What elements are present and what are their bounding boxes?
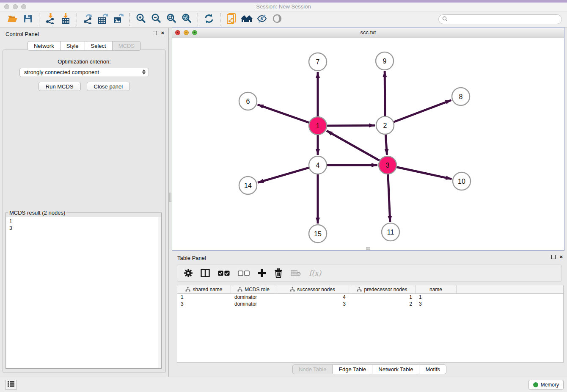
graph-node-15[interactable]: 15 xyxy=(309,225,327,243)
add-column-icon[interactable] xyxy=(258,269,266,277)
memory-button[interactable]: Memory xyxy=(528,380,564,390)
tab-network-table[interactable]: Network Table xyxy=(372,364,419,374)
memory-label: Memory xyxy=(541,382,559,388)
close-panel-button[interactable]: Close panel xyxy=(87,82,130,91)
network-minimize-icon[interactable]: − xyxy=(184,30,189,35)
tab-motifs[interactable]: Motifs xyxy=(419,364,446,374)
tab-mcds[interactable]: MCDS xyxy=(112,41,141,51)
import-table-button[interactable] xyxy=(58,13,73,26)
float-panel-icon[interactable] xyxy=(153,31,157,35)
network-close-icon[interactable]: × xyxy=(175,30,180,35)
graph-edge-1-6[interactable] xyxy=(258,105,310,123)
graph-edge-2-3[interactable] xyxy=(385,134,387,155)
table-cell[interactable]: 2 xyxy=(349,301,416,307)
refresh-button[interactable] xyxy=(201,13,217,26)
network-canvas[interactable]: 7968124314101511 xyxy=(172,38,564,250)
run-mcds-button[interactable]: Run MCDS xyxy=(39,82,81,91)
graph-edge-3-10[interactable] xyxy=(396,167,452,179)
table-header-row[interactable]: shared nameMCDS rolesuccessor nodesprede… xyxy=(177,285,563,294)
graph-node-9[interactable]: 9 xyxy=(376,52,394,70)
zoom-selected-button[interactable] xyxy=(179,13,194,26)
criterion-dropdown[interactable]: strongly connected component xyxy=(19,68,149,77)
task-history-button[interactable] xyxy=(5,380,17,390)
graph-edge-2-9[interactable] xyxy=(385,71,385,116)
network-graph[interactable]: 7968124314101511 xyxy=(172,38,564,250)
graph-node-11[interactable]: 11 xyxy=(382,223,399,241)
save-session-button[interactable] xyxy=(20,13,36,26)
window-traffic-lights[interactable] xyxy=(4,4,26,9)
close-window-icon[interactable] xyxy=(4,4,9,9)
deselect-all-icon[interactable] xyxy=(238,271,250,276)
network-window-titlebar[interactable]: × − + scc.txt xyxy=(172,28,564,38)
graph-edge-3-1[interactable] xyxy=(327,131,380,161)
graph-node-4[interactable]: 4 xyxy=(309,156,327,174)
search-input[interactable] xyxy=(450,17,558,22)
column-header[interactable]: predecessor nodes xyxy=(349,285,416,293)
graph-node-8[interactable]: 8 xyxy=(452,88,470,105)
minimize-window-icon[interactable] xyxy=(13,4,18,9)
graph-edge-4-14[interactable] xyxy=(258,168,309,182)
panel-splitter-handle[interactable] xyxy=(169,193,171,202)
graph-node-1[interactable]: 1 xyxy=(309,117,327,135)
home-layout-button[interactable] xyxy=(239,13,254,26)
table-cell[interactable]: 3 xyxy=(177,301,231,307)
graph-node-2[interactable]: 2 xyxy=(376,116,394,134)
graph-edge-2-8[interactable] xyxy=(394,100,451,122)
import-network-button[interactable] xyxy=(43,13,58,26)
table-cell[interactable]: dominator xyxy=(231,301,276,307)
graph-edge-1-2[interactable] xyxy=(327,125,375,126)
zoom-in-button[interactable] xyxy=(133,13,149,26)
column-header[interactable]: MCDS role xyxy=(231,285,276,293)
open-session-button[interactable] xyxy=(5,13,20,26)
table-row[interactable]: 3dominator323 xyxy=(177,301,563,307)
zoom-fit-button[interactable] xyxy=(164,13,179,26)
close-panel-icon[interactable]: × xyxy=(161,31,164,35)
column-header[interactable]: name xyxy=(416,285,457,293)
column-header[interactable]: shared name xyxy=(177,285,231,293)
clone-network-button[interactable] xyxy=(224,13,239,26)
delete-column-icon[interactable] xyxy=(274,268,283,278)
graph-edge-3-11[interactable] xyxy=(388,174,390,222)
tab-select[interactable]: Select xyxy=(85,41,113,51)
export-image-button[interactable] xyxy=(111,13,126,26)
float-table-panel-icon[interactable] xyxy=(551,255,556,259)
table-cell[interactable]: 4 xyxy=(276,294,349,301)
table-cell[interactable]: 3 xyxy=(276,301,349,307)
split-panes-icon[interactable] xyxy=(201,269,210,277)
graph-node-14[interactable]: 14 xyxy=(239,177,257,194)
graph-node-3[interactable]: 3 xyxy=(379,156,396,174)
hide-selected-button[interactable] xyxy=(254,13,270,26)
column-header[interactable]: successor nodes xyxy=(276,285,349,293)
table-cell[interactable]: dominator xyxy=(231,294,276,301)
gear-icon[interactable] xyxy=(184,269,193,277)
zoom-out-button[interactable] xyxy=(149,13,164,26)
function-builder-icon[interactable]: f(x) xyxy=(309,269,321,277)
table-body[interactable]: 1dominator4113dominator323 xyxy=(177,294,563,307)
tab-node-table[interactable]: Node Table xyxy=(292,364,333,374)
graph-node-7[interactable]: 7 xyxy=(309,53,327,71)
network-maximize-icon[interactable]: + xyxy=(192,30,197,35)
tab-edge-table[interactable]: Edge Table xyxy=(332,364,372,374)
result-scrollbar[interactable] xyxy=(158,217,161,368)
tab-network[interactable]: Network xyxy=(28,41,61,51)
table-cell[interactable]: 1 xyxy=(177,294,231,301)
graph-node-10[interactable]: 10 xyxy=(453,172,471,190)
export-network-button[interactable] xyxy=(80,13,96,26)
search-field[interactable] xyxy=(438,14,562,24)
table-row[interactable]: 1dominator411 xyxy=(177,294,563,301)
table-cell[interactable]: 1 xyxy=(349,294,416,301)
show-all-button[interactable] xyxy=(270,13,285,26)
maximize-window-icon[interactable] xyxy=(21,4,26,9)
close-table-panel-icon[interactable]: × xyxy=(559,255,563,259)
table-cell[interactable]: 1 xyxy=(416,294,457,301)
tab-style[interactable]: Style xyxy=(60,41,85,51)
table-cell[interactable]: 3 xyxy=(416,301,457,307)
export-table-button[interactable] xyxy=(96,13,111,26)
delete-table-icon[interactable] xyxy=(291,270,301,276)
node-table[interactable]: shared nameMCDS rolesuccessor nodesprede… xyxy=(177,285,564,363)
graph-node-6[interactable]: 6 xyxy=(239,92,257,110)
mcds-result-area[interactable]: 1 3 xyxy=(6,217,161,368)
canvas-resize-grip[interactable] xyxy=(366,247,370,250)
svg-text:10: 10 xyxy=(458,178,465,185)
select-all-icon[interactable] xyxy=(218,271,230,276)
